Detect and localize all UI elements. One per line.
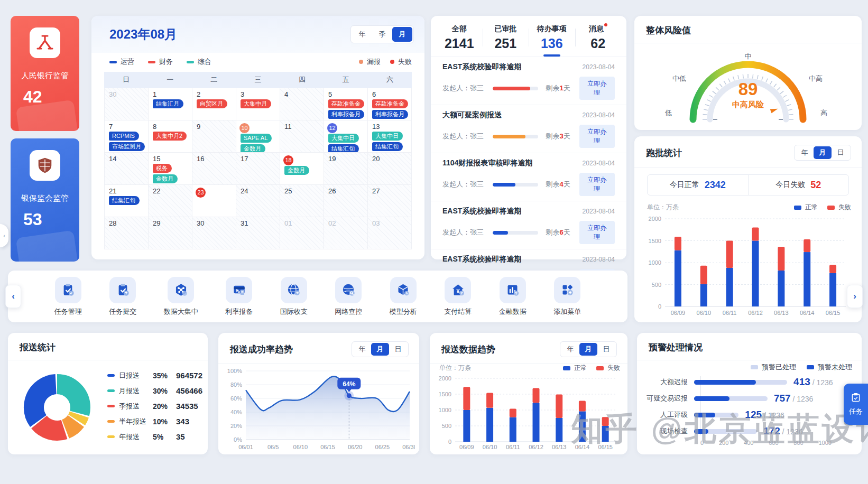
app-shortcut-clipboard-upload[interactable]: 任务提交	[109, 277, 136, 317]
calendar-event[interactable]: 税务	[153, 164, 172, 173]
calendar-day-cell[interactable]: 18金数月	[280, 153, 324, 185]
calendar-day-cell[interactable]: 8大集中月2	[149, 120, 192, 153]
task-item[interactable]: EAST系统校验即将逾期2023-08-04发起人：张三剩余1天立即办理	[431, 57, 626, 105]
floating-task-button[interactable]: 任务	[844, 384, 868, 425]
calendar-day-cell[interactable]: 17	[236, 153, 280, 185]
calendar-event[interactable]: 结集汇旬	[328, 144, 359, 153]
success-trend-tab-option[interactable]: 年	[353, 343, 371, 356]
calendar-event[interactable]: 自贸区月	[197, 99, 227, 108]
calendar-day-cell[interactable]: 20	[368, 153, 412, 185]
task-item[interactable]: EAST系统校验即将逾期2023-08-04发起人：张三剩余6天立即办理	[431, 201, 626, 249]
calendar-tab-option[interactable]: 年	[352, 27, 372, 42]
calendar-day-cell[interactable]: 6存款准备金利率报备月	[368, 88, 412, 120]
calendar-event[interactable]: 结集汇旬	[372, 142, 403, 151]
calendar-event[interactable]: 利率报备月	[328, 110, 364, 119]
calendar-status-legend-item[interactable]: 漏报	[359, 57, 381, 67]
data-trend-tab-option[interactable]: 日	[597, 343, 615, 356]
calendar-day-cell[interactable]: 1结集汇月	[149, 88, 192, 120]
calendar-tab-option[interactable]: 季	[372, 27, 392, 42]
calendar-event[interactable]: 大集中月	[241, 99, 271, 108]
alert-legend-item[interactable]: 预警未处理	[807, 362, 852, 372]
calendar-day-cell[interactable]: 27	[368, 185, 412, 217]
donut-legend-item[interactable]: 半年报送10%343	[107, 414, 202, 429]
calendar-event[interactable]: 存款准备金	[328, 99, 364, 108]
app-shortcut-clipboard-check[interactable]: 任务管理	[54, 277, 82, 317]
calendar-tab-option[interactable]: 月	[392, 27, 412, 42]
calendar-day-cell[interactable]: 29	[149, 217, 192, 249]
app-shortcut-grid-plus[interactable]: 添加菜单	[553, 277, 581, 317]
sidebar-card-cbirc[interactable]: 银保监会监管 53	[11, 138, 79, 262]
calendar-day-cell[interactable]: 2自贸区月	[192, 88, 236, 120]
calendar-legend-item[interactable]: 运营	[109, 57, 134, 67]
calendar-status-legend-item[interactable]: 失败	[390, 57, 412, 67]
batch-tab-option[interactable]: 年	[796, 146, 814, 159]
task-item[interactable]: 1104财报报表审核即将逾期2023-08-04发起人：张三剩余4天立即办理	[431, 153, 626, 201]
calendar-day-cell[interactable]: 25	[280, 185, 324, 217]
app-shortcut-globe-search[interactable]: 网络查控	[335, 277, 362, 317]
calendar-event[interactable]: 利率报备月	[372, 110, 408, 119]
calendar-day-cell[interactable]: 21结集汇旬	[105, 185, 149, 217]
task-tab[interactable]: 全部2141	[436, 24, 483, 57]
task-item[interactable]: 大额可疑案例报送2023-08-04发起人：张三剩余3天立即办理	[431, 105, 626, 153]
calendar-day-cell[interactable]: 24	[236, 185, 280, 217]
app-shortcut-cube-model[interactable]: 模型分析	[390, 277, 417, 317]
calendar-event[interactable]: 大集中月2	[153, 132, 187, 141]
data-trend-tab-option[interactable]: 月	[579, 343, 597, 356]
donut-legend-item[interactable]: 月报送30%456466	[107, 383, 202, 398]
batch-legend-item[interactable]: 正常	[794, 203, 818, 212]
data-trend-legend-item[interactable]: 正常	[563, 364, 587, 373]
handle-now-button[interactable]: 立即办理	[579, 77, 615, 100]
calendar-day-cell[interactable]: 23	[192, 185, 236, 217]
calendar-event[interactable]: 金数月	[153, 174, 178, 183]
calendar-day-cell[interactable]: 5存款准备金利率报备月	[324, 88, 368, 120]
task-tab[interactable]: 待办事项136	[529, 24, 575, 57]
calendar-event[interactable]: 金数月	[284, 166, 309, 175]
success-trend-tab-option[interactable]: 日	[389, 343, 407, 356]
calendar-day-cell[interactable]: 11	[280, 120, 324, 153]
task-tab[interactable]: 已审批251	[483, 24, 529, 57]
success-trend-tab-option[interactable]: 月	[371, 343, 389, 356]
calendar-day-cell[interactable]: 01	[280, 217, 324, 249]
app-shortcut-card-percent[interactable]: 利率报备	[225, 277, 253, 317]
calendar-legend-item[interactable]: 财务	[148, 57, 173, 67]
app-shortcut-house-yen[interactable]: 支付结算	[444, 277, 472, 317]
sidebar-card-pboc[interactable]: 人民银行监管 42	[11, 16, 79, 131]
calendar-day-cell[interactable]: 22	[149, 185, 192, 217]
calendar-day-cell[interactable]: 30	[192, 217, 236, 249]
handle-now-button[interactable]: 立即办理	[579, 125, 615, 148]
apps-scroll-right-button[interactable]: ›	[847, 285, 863, 308]
alert-legend-item[interactable]: 预警已处理	[751, 362, 796, 372]
calendar-event[interactable]: SAPE AL	[241, 134, 272, 143]
calendar-day-cell[interactable]: 15税务金数月	[149, 153, 192, 185]
calendar-day-cell[interactable]: 28	[105, 217, 149, 249]
donut-legend-item[interactable]: 日报送35%964572	[107, 368, 202, 383]
calendar-day-cell[interactable]: 02	[324, 217, 368, 249]
calendar-legend-item[interactable]: 综合	[187, 57, 211, 67]
calendar-event[interactable]: 存款准备金	[372, 99, 408, 108]
calendar-day-cell[interactable]: 12大集中日结集汇旬	[324, 120, 368, 153]
calendar-day-cell[interactable]: 3大集中月	[236, 88, 280, 120]
app-shortcut-chart-yen[interactable]: 金融数据	[499, 277, 527, 317]
calendar-day-cell[interactable]: 9	[192, 120, 236, 153]
calendar-day-cell[interactable]: 4	[280, 88, 324, 120]
calendar-event[interactable]: 结集汇月	[153, 99, 183, 108]
calendar-event[interactable]: RCPMIS	[109, 132, 139, 141]
calendar-day-cell[interactable]: 30	[105, 88, 149, 120]
batch-legend-item[interactable]: 失败	[827, 203, 851, 212]
calendar-event[interactable]: 大集中日	[372, 132, 403, 141]
batch-tab-option[interactable]: 日	[832, 146, 849, 159]
calendar-event[interactable]: 结集汇旬	[109, 196, 140, 205]
app-shortcut-globe-exchange[interactable]: 国际收支	[280, 277, 308, 317]
calendar-day-cell[interactable]: 26	[324, 185, 368, 217]
data-trend-tab-option[interactable]: 年	[561, 343, 579, 356]
calendar-event[interactable]: 市场监测月	[109, 142, 145, 151]
handle-now-button[interactable]: 立即办理	[579, 173, 615, 196]
donut-legend-item[interactable]: 季报送20%34535	[107, 398, 202, 414]
calendar-day-cell[interactable]: 31	[236, 217, 280, 249]
calendar-day-cell[interactable]: 13大集中日结集汇旬	[368, 120, 412, 153]
calendar-day-cell[interactable]: 10SAPE AL金数月	[236, 120, 280, 153]
calendar-day-cell[interactable]: 19	[324, 153, 368, 185]
calendar-event[interactable]: 大集中日	[328, 134, 359, 143]
calendar-day-cell[interactable]: 03	[368, 217, 412, 249]
data-trend-legend-item[interactable]: 失败	[596, 364, 620, 373]
